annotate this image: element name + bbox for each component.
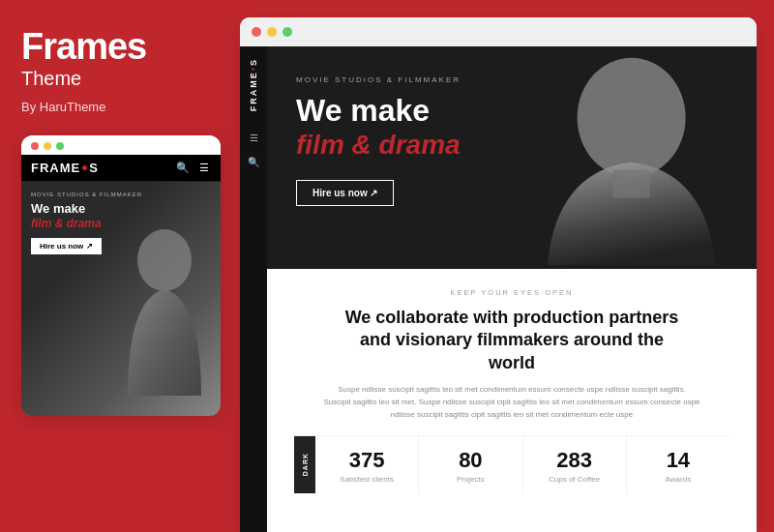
- stat-number-clients: 375: [323, 450, 410, 471]
- mobile-headline: We make: [31, 201, 211, 217]
- desktop-section-tag: KEEP YOUR EYES OPEN: [294, 288, 729, 297]
- desktop-mockup: FRAME•S ☰ 🔍: [240, 17, 757, 532]
- desktop-sidebar-logo: FRAME•S: [249, 58, 258, 111]
- desktop-section-headline: We collaborate with production partnersa…: [294, 307, 729, 374]
- dot-green: [56, 142, 64, 150]
- stat-item-clients: 375 Satisfied clients: [315, 436, 419, 493]
- mobile-headline-italic: film & drama: [31, 217, 211, 230]
- mobile-browser-bar: [21, 135, 221, 155]
- stat-number-awards: 14: [635, 450, 722, 471]
- brand-title: Frames: [21, 27, 219, 68]
- desktop-hero: MOVIE STUDIOS & FILMMAKER We make film &…: [267, 46, 757, 269]
- desktop-sidebar: FRAME•S ☰ 🔍: [240, 46, 267, 532]
- dot-red: [31, 142, 39, 150]
- dark-tab-label: Dark: [302, 453, 309, 476]
- search-icon[interactable]: 🔍: [176, 161, 190, 174]
- desktop-dot-yellow: [267, 27, 277, 37]
- sidebar-menu-icon[interactable]: ☰: [250, 133, 258, 143]
- mobile-logo-dot: [82, 165, 87, 170]
- mobile-cta-button[interactable]: Hire us now ↗: [31, 238, 102, 254]
- desktop-hero-headline: We make: [296, 94, 728, 128]
- dark-tab: Dark: [294, 436, 315, 493]
- stat-item-projects: 80 Projects: [419, 436, 522, 493]
- mobile-logo: FRAME S: [31, 161, 99, 175]
- sidebar-search-icon[interactable]: 🔍: [248, 157, 259, 167]
- desktop-hero-content: MOVIE STUDIOS & FILMMAKER We make film &…: [267, 46, 757, 269]
- desktop-dot-red: [252, 27, 261, 37]
- stat-item-awards: 14 Awards: [627, 436, 729, 493]
- desktop-hero-headline-italic: film & drama: [296, 130, 728, 161]
- stat-number-coffee: 283: [531, 450, 618, 471]
- brand-by: By HaruTheme: [21, 100, 219, 114]
- stat-number-projects: 80: [427, 450, 514, 471]
- mobile-hero-content: MOVIE STUDIOS & FILMMAKER We make film &…: [21, 182, 221, 416]
- mobile-mockup: FRAME S 🔍 ☰: [21, 135, 221, 416]
- stat-item-coffee: 283 Cups of Coffee: [523, 436, 627, 493]
- mobile-nav: FRAME S 🔍 ☰: [21, 155, 221, 182]
- mobile-hero: MOVIE STUDIOS & FILMMAKER We make film &…: [21, 182, 221, 416]
- desktop-section-body: Suspe ndlisse suscipit sagittis leo sit …: [294, 384, 729, 421]
- dot-yellow: [44, 142, 51, 150]
- mobile-nav-icons: 🔍 ☰: [176, 161, 211, 174]
- desktop-cta-button[interactable]: Hire us now ↗: [296, 180, 394, 206]
- mobile-logo-text: FRAME: [31, 161, 80, 175]
- desktop-content: FRAME•S ☰ 🔍: [240, 46, 757, 532]
- stat-label-projects: Projects: [427, 475, 514, 484]
- menu-icon[interactable]: ☰: [197, 161, 211, 174]
- desktop-hero-tag: MOVIE STUDIOS & FILMMAKER: [296, 75, 728, 84]
- stat-label-clients: Satisfied clients: [323, 475, 410, 484]
- stat-label-coffee: Cups of Coffee: [531, 475, 618, 484]
- desktop-section: KEEP YOUR EYES OPEN We collaborate with …: [267, 269, 757, 532]
- mobile-hero-tag: MOVIE STUDIOS & FILMMAKER: [31, 192, 211, 197]
- mobile-logo-suffix: S: [89, 161, 99, 175]
- desktop-dot-green: [283, 27, 292, 37]
- brand-subtitle: Theme: [21, 68, 219, 90]
- stats-row: Dark 375 Satisfied clients 80 Projects 2…: [294, 435, 729, 493]
- desktop-main: MOVIE STUDIOS & FILMMAKER We make film &…: [267, 46, 757, 532]
- stat-label-awards: Awards: [635, 475, 722, 484]
- left-panel: Frames Theme By HaruTheme FRAME S 🔍 ☰: [0, 0, 240, 532]
- desktop-browser-bar: [240, 17, 757, 46]
